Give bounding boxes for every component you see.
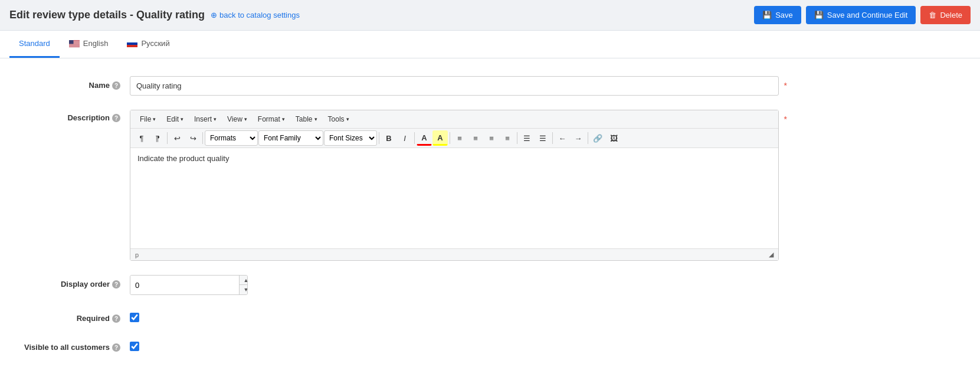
description-row: Description ? File ▾ Edit ▾ Insert ▾ Vie…: [0, 104, 980, 267]
visible-row: Visible to all customers ?: [0, 332, 980, 359]
flag-ru-icon: [127, 40, 137, 47]
save-continue-button[interactable]: 💾 Save and Continue Edit: [806, 6, 916, 24]
editor-resize-handle[interactable]: ◢: [769, 251, 773, 258]
editor-path: p: [135, 251, 139, 258]
required-row: Required ?: [0, 303, 980, 330]
display-order-spinner: ▲ ▼: [130, 275, 248, 295]
top-bar: Edit review type details - Quality ratin…: [0, 0, 980, 31]
required-label: Required ?: [12, 309, 130, 323]
toolbar-italic[interactable]: I: [397, 130, 412, 146]
editor-container: File ▾ Edit ▾ Insert ▾ View ▾ Format ▾ T…: [130, 110, 779, 261]
top-bar-left: Edit review type details - Quality ratin…: [9, 9, 300, 21]
flag-us-icon: [69, 40, 80, 47]
menu-tools[interactable]: Tools ▾: [323, 113, 354, 126]
delete-icon: 🗑: [929, 11, 936, 19]
name-label: Name ?: [12, 76, 130, 90]
toolbar-redo[interactable]: ↪: [185, 130, 201, 146]
toolbar-sep-7: [552, 132, 553, 144]
display-order-label: Display order ?: [12, 275, 130, 289]
spinner-down-button[interactable]: ▼: [240, 285, 248, 294]
editor-toolbar: ¶ ¶ ↩ ↪ Formats Heading 1 Heading 2 Para…: [130, 129, 778, 148]
toolbar-sep-8: [588, 132, 588, 144]
toolbar-sep-4: [414, 132, 415, 144]
name-help-icon[interactable]: ?: [112, 81, 120, 90]
form-area: Name ? * Description ? File ▾ Edit ▾: [0, 58, 980, 367]
toolbar-indent[interactable]: →: [571, 130, 586, 146]
required-checkbox-area: [130, 309, 779, 324]
editor-content: Indicate the product quality: [137, 154, 771, 163]
toolbar-align-left[interactable]: ≡: [452, 130, 467, 146]
required-help-icon[interactable]: ?: [112, 314, 120, 323]
toolbar-align-right[interactable]: ≡: [484, 130, 499, 146]
editor-statusbar: p ◢: [130, 248, 778, 260]
svg-rect-6: [69, 46, 80, 47]
save-continue-icon: 💾: [814, 11, 824, 19]
toolbar-list-number[interactable]: ☰: [535, 130, 550, 146]
svg-rect-9: [127, 42, 137, 45]
display-order-input-area: ▲ ▼: [130, 275, 779, 295]
tab-english[interactable]: English: [60, 31, 118, 58]
tab-standard-label: Standard: [19, 39, 50, 48]
toolbar-sep-3: [379, 132, 379, 144]
toolbar-formats-select[interactable]: Formats Heading 1 Heading 2 Paragraph: [205, 130, 258, 146]
svg-rect-7: [69, 40, 74, 44]
save-icon: 💾: [762, 11, 772, 19]
display-order-row: Display order ? ▲ ▼: [0, 269, 980, 301]
tabs: Standard English Русский: [0, 31, 980, 58]
tab-english-label: English: [83, 39, 109, 48]
toolbar-ltr[interactable]: ¶: [134, 130, 149, 146]
toolbar-font-color[interactable]: A: [417, 130, 432, 146]
toolbar-align-justify[interactable]: ≡: [500, 130, 515, 146]
toolbar-sep-6: [517, 132, 517, 144]
menu-file[interactable]: File ▾: [135, 113, 160, 126]
editor-body[interactable]: Indicate the product quality: [130, 148, 778, 248]
required-checkbox[interactable]: [130, 313, 139, 322]
toolbar-sep-5: [450, 132, 450, 144]
name-input-area: *: [130, 76, 779, 96]
menu-insert[interactable]: Insert ▾: [189, 113, 221, 126]
back-to-catalog-link[interactable]: back to catalog settings: [211, 11, 300, 19]
tab-russian-label: Русский: [141, 39, 169, 48]
description-label: Description ?: [12, 110, 130, 122]
editor-menubar: File ▾ Edit ▾ Insert ▾ View ▾ Format ▾ T…: [130, 110, 778, 129]
toolbar-list-bullet[interactable]: ☰: [519, 130, 535, 146]
page-title: Edit review type details - Quality ratin…: [9, 9, 205, 21]
svg-rect-5: [69, 45, 80, 45]
svg-rect-8: [127, 40, 137, 42]
menu-edit[interactable]: Edit ▾: [162, 113, 188, 126]
save-button[interactable]: 💾 Save: [754, 6, 801, 24]
toolbar-image[interactable]: 🖼: [606, 130, 621, 146]
delete-button[interactable]: 🗑 Delete: [920, 6, 971, 24]
toolbar-bg-color[interactable]: A: [432, 130, 448, 146]
toolbar-undo[interactable]: ↩: [169, 130, 185, 146]
tab-standard[interactable]: Standard: [9, 31, 60, 58]
menu-format[interactable]: Format ▾: [253, 113, 290, 126]
name-input[interactable]: [130, 76, 779, 96]
display-order-help-icon[interactable]: ?: [112, 280, 120, 289]
spinner-up-button[interactable]: ▲: [240, 276, 248, 285]
toolbar-rtl[interactable]: ¶: [150, 130, 165, 146]
description-help-icon[interactable]: ?: [112, 114, 120, 122]
spinner-buttons: ▲ ▼: [239, 276, 248, 294]
description-required-star: *: [784, 114, 787, 124]
toolbar-outdent[interactable]: ←: [555, 130, 570, 146]
tab-russian[interactable]: Русский: [117, 31, 179, 58]
toolbar-font-family-select[interactable]: Font Family Arial Times New Roman Courie…: [258, 130, 323, 146]
name-required-star: *: [784, 81, 787, 90]
svg-rect-4: [69, 44, 80, 44]
toolbar-bold[interactable]: B: [381, 130, 396, 146]
visible-label: Visible to all customers ?: [12, 338, 130, 352]
toolbar-link[interactable]: 🔗: [590, 130, 605, 146]
visible-checkbox[interactable]: [130, 342, 139, 351]
toolbar-sep-1: [167, 132, 168, 144]
visible-help-icon[interactable]: ?: [112, 343, 120, 352]
display-order-input[interactable]: [130, 276, 239, 294]
top-bar-right: 💾 Save 💾 Save and Continue Edit 🗑 Delete: [754, 6, 971, 24]
menu-view[interactable]: View ▾: [222, 113, 252, 126]
visible-checkbox-area: [130, 338, 779, 353]
svg-rect-10: [127, 45, 137, 47]
toolbar-font-size-select[interactable]: Font Sizes 8pt 10pt 12pt 14pt: [324, 130, 377, 146]
toolbar-align-center[interactable]: ≡: [468, 130, 483, 146]
menu-table[interactable]: Table ▾: [291, 113, 322, 126]
main-content: Standard English Русский: [0, 31, 980, 367]
